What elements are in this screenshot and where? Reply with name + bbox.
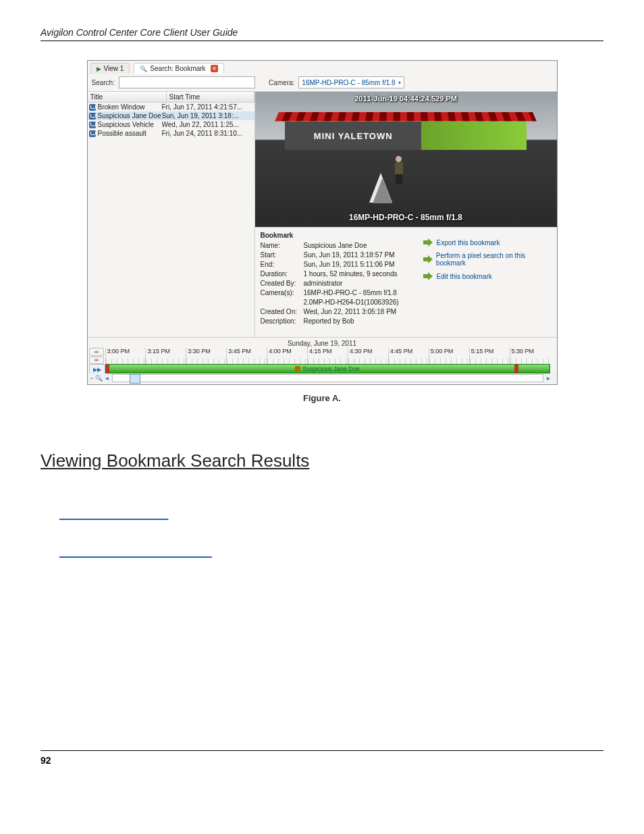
search-label: Search:: [92, 79, 115, 86]
list-header: Title Start Time: [88, 92, 254, 103]
action-edit-bookmark[interactable]: Edit this bookmark: [423, 272, 552, 280]
tl-tick: 3:00 PM: [105, 348, 146, 364]
action-edit-label: Edit this bookmark: [437, 273, 492, 280]
list-item[interactable]: Suspicious Vehicle Wed, Jun 22, 2011 1:2…: [88, 120, 254, 129]
timeline-zoom-controls[interactable]: − 🔍: [89, 373, 104, 383]
timeline-scrollbar[interactable]: [112, 374, 543, 382]
action-pixel-search[interactable]: Perform a pixel search on this bookmark: [423, 252, 552, 267]
tl-tick: 4:30 PM: [348, 348, 388, 364]
k-start: Start:: [261, 251, 304, 260]
body-text: ____________________ ___________________…: [41, 488, 603, 588]
timeline-scroll-left[interactable]: ◂: [105, 375, 112, 382]
app-screenshot: ▶ View 1 🔍 Search: Bookmark ✕ Search: Ca…: [87, 60, 558, 385]
v-camera1: 16MP-HD-PRO-C - 85mm f/1.8: [304, 288, 410, 298]
row-start: Wed, Jun 22, 2011 1:25...: [162, 121, 253, 128]
close-icon[interactable]: ✕: [211, 65, 218, 72]
row-start: Sun, Jun 19, 2011 3:18:...: [162, 112, 253, 120]
tl-tick: 3:15 PM: [145, 348, 186, 364]
bookmark-icon: [89, 122, 96, 128]
row-start: Fri, Jun 17, 2011 4:21:57...: [162, 103, 253, 111]
timeline-bookmark-bar[interactable]: Suspicious Jane Doe: [105, 364, 550, 373]
tab-search-bookmark[interactable]: 🔍 Search: Bookmark ✕: [134, 63, 223, 74]
person-figure: [394, 156, 404, 183]
v-start: Sun, Jun 19, 2011 3:18:57 PM: [304, 251, 410, 260]
row-title: Broken Window: [98, 103, 162, 111]
store-sign: MINI YALETOWN: [285, 122, 421, 150]
v-duration: 1 hours, 52 minutes, 9 seconds: [304, 269, 410, 279]
k-createdby: Created By:: [261, 279, 304, 288]
timeline-scroll-right[interactable]: ▸: [543, 375, 550, 382]
search-row: Search: Camera: 16MP-HD-PRO-C - 85mm f/1…: [88, 74, 557, 92]
k-cameras: Camera(s):: [261, 288, 304, 298]
bookmark-icon: [295, 366, 300, 371]
row-title: Possible assault: [98, 130, 162, 137]
timeline-scale[interactable]: ◂▸ ◂▸ 3:00 PM 3:15 PM 3:30 PM 3:45 PM 4:…: [88, 348, 557, 364]
search-icon: 🔍: [140, 66, 147, 72]
list-item[interactable]: Broken Window Fri, Jun 17, 2011 4:21:57.…: [88, 103, 254, 111]
arrow-right-icon: [423, 272, 433, 280]
awning-graphic: [275, 112, 536, 122]
k-duration: Duration:: [261, 269, 304, 279]
timeline-bar-label: Suspicious Jane Doe: [302, 365, 360, 372]
timeline: Sunday, June 19, 2011 ◂▸ ◂▸ 3:00 PM 3:15…: [88, 337, 557, 384]
row-start: Fri, Jun 24, 2011 8:31:10...: [162, 130, 253, 137]
camera-select[interactable]: 16MP-HD-PRO-C - 85mm f/1.8 ▾: [298, 76, 404, 88]
tl-tick: 3:30 PM: [186, 348, 226, 364]
v-camera2: 2.0MP-HD-H264-D1(10063926): [304, 298, 410, 307]
col-title[interactable]: Title: [88, 92, 167, 102]
figure-label: Figure A.: [41, 393, 603, 403]
tl-tick: 5:15 PM: [469, 348, 510, 364]
action-export-bookmark[interactable]: Export this bookmark: [423, 238, 552, 246]
page-footer: 92: [41, 750, 603, 766]
bookmark-icon: [89, 130, 96, 137]
v-description: Reported by Bob: [304, 317, 410, 326]
camera-label: Camera:: [269, 79, 294, 86]
tl-tick: 3:45 PM: [226, 348, 267, 364]
tl-tick: 4:45 PM: [388, 348, 429, 364]
results-list: Title Start Time Broken Window Fri, Jun …: [88, 92, 255, 337]
tl-tick: 5:00 PM: [429, 348, 469, 364]
play-icon: ▶: [97, 66, 101, 72]
action-pixel-label: Perform a pixel search on this bookmark: [436, 252, 552, 267]
action-export-label: Export this bookmark: [437, 239, 500, 246]
sign-board: [369, 173, 392, 203]
v-name: Suspicious Jane Doe: [304, 241, 410, 251]
timeline-date: Sunday, June 19, 2011: [88, 339, 557, 348]
tab-view-label: View 1: [104, 65, 124, 72]
camera-select-value: 16MP-HD-PRO-C - 85mm f/1.8: [302, 79, 395, 86]
col-start-time[interactable]: Start Time: [167, 92, 254, 102]
timeline-nav-button[interactable]: ◂▸: [89, 348, 104, 356]
list-item[interactable]: Possible assault Fri, Jun 24, 2011 8:31:…: [88, 129, 254, 138]
video-timestamp: 2011-Jun-19 04:44:24.529 PM: [354, 95, 457, 103]
timeline-nav-button[interactable]: ◂▸: [89, 357, 104, 365]
bookmark-details: Bookmark Name:Suspicious Jane Doe Start:…: [255, 227, 557, 337]
detail-heading: Bookmark: [261, 232, 410, 239]
tab-search-label: Search: Bookmark: [150, 65, 205, 72]
video-preview[interactable]: MINI YALETOWN 2011-Jun-19 04:44:24.529 P…: [255, 92, 557, 227]
tl-tick: 4:15 PM: [307, 348, 348, 364]
bookmark-icon: [89, 104, 96, 111]
bookmark-icon: [89, 113, 96, 120]
list-item[interactable]: Suspicious Jane Doe Sun, Jun 19, 2011 3:…: [88, 111, 254, 120]
search-input[interactable]: [119, 76, 255, 88]
tabs-bar: ▶ View 1 🔍 Search: Bookmark ✕: [88, 61, 557, 74]
row-title: Suspicious Jane Doe: [98, 112, 162, 120]
body-link-1[interactable]: ____________________: [59, 509, 168, 520]
tl-tick: 5:30 PM: [510, 348, 550, 364]
arrow-right-icon: [423, 238, 433, 246]
tl-tick: 4:00 PM: [267, 348, 307, 364]
k-createdon: Created On:: [261, 307, 304, 317]
timeline-scrollbar-thumb[interactable]: [130, 374, 140, 384]
tab-view[interactable]: ▶ View 1: [90, 63, 130, 74]
k-end: End:: [261, 260, 304, 269]
row-title: Suspicious Vehicle: [98, 121, 162, 128]
video-camera-label: 16MP-HD-PRO-C - 85mm f/1.8: [349, 213, 462, 222]
page-number: 92: [41, 755, 51, 766]
k-description: Description:: [261, 317, 304, 326]
k-name: Name:: [261, 241, 304, 251]
v-createdon: Wed, Jun 22, 2011 3:05:18 PM: [304, 307, 410, 317]
v-createdby: administrator: [304, 279, 410, 288]
section-heading: Viewing Bookmark Search Results: [41, 450, 603, 471]
arrow-right-icon: [423, 255, 432, 263]
body-link-2[interactable]: ____________________________: [59, 547, 212, 558]
